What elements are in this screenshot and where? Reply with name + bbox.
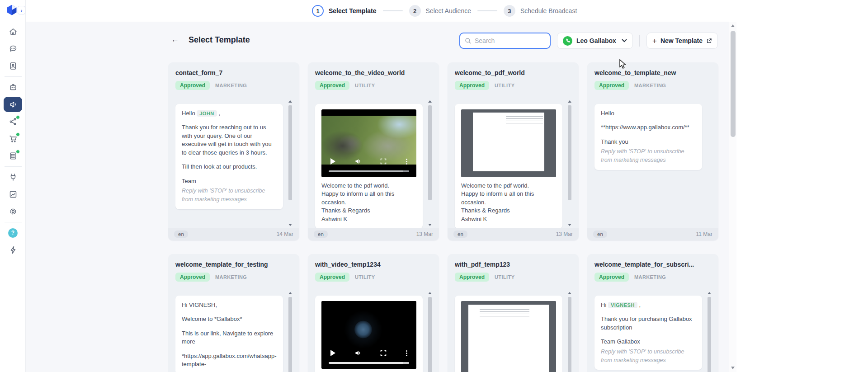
scroll-up-icon[interactable] (708, 292, 711, 294)
preview-scrollbar-thumb[interactable] (568, 297, 571, 372)
scroll-up-icon[interactable] (731, 24, 735, 27)
scroll-up-icon[interactable] (288, 292, 292, 294)
card-badges: ApprovedUTILITY (455, 273, 571, 282)
scroll-down-icon[interactable] (288, 224, 292, 226)
preview-scrollbar-thumb[interactable] (288, 297, 292, 372)
card-footer: en13 Mar (448, 228, 579, 240)
back-button[interactable]: ← (171, 35, 179, 44)
plug-icon (9, 173, 18, 182)
sidebar-item-plug[interactable] (0, 169, 26, 186)
channel-selector[interactable]: Leo Gallabox (557, 33, 633, 49)
play-icon[interactable] (330, 350, 335, 356)
step-schedule-broadcast[interactable]: 3 Schedule Broadcast (504, 5, 577, 17)
preview-scrollbar[interactable] (567, 100, 572, 226)
step-select-template[interactable]: 1 Select Template (312, 5, 377, 17)
sidebar-item-form[interactable] (0, 147, 26, 165)
template-card[interactable]: with_video_temp1234ApprovedUTILITYHiwelc… (308, 254, 439, 372)
sidebar-item-help[interactable]: ? (0, 224, 26, 241)
chart-icon (9, 190, 18, 199)
new-template-button[interactable]: + New Template (646, 33, 718, 49)
sidebar-item-bot[interactable] (0, 79, 26, 96)
sidebar-item-chart[interactable] (0, 186, 26, 203)
sidebar-item-flow[interactable] (0, 113, 26, 130)
preview-scrollbar[interactable] (427, 100, 433, 226)
text-segment: Welcome to the pdf world. (461, 182, 529, 189)
video-progress-bar[interactable] (329, 362, 409, 364)
sidebar-item-home[interactable] (0, 23, 26, 40)
template-name: with_video_temp1234 (315, 261, 432, 268)
speaker-icon[interactable] (355, 158, 361, 165)
sidebar: › ? (0, 0, 26, 372)
template-card[interactable]: with_pdf_temp123ApprovedUTILITY (448, 254, 579, 372)
sidebar-item-gear[interactable] (0, 203, 26, 220)
text-segment: Team Gallabox (601, 338, 640, 345)
preview-scrollbar-thumb[interactable] (568, 105, 571, 200)
sidebar-expand-button[interactable]: › (18, 6, 25, 14)
search-icon (465, 38, 472, 44)
card-badges: ApprovedMARKETING (175, 273, 292, 282)
sidebar-item-lightning[interactable] (0, 241, 26, 259)
search-input[interactable] (475, 37, 545, 44)
speaker-icon[interactable] (355, 350, 361, 356)
step-connector (383, 10, 403, 11)
preview-scrollbar[interactable] (427, 292, 433, 372)
template-card[interactable]: welcome_template_for_testingApprovedMARK… (168, 254, 299, 372)
message-text: Thank you for purchasing Gallabox subscr… (601, 315, 696, 332)
text-segment: Ashwini K (321, 216, 347, 222)
template-grid: contact_form_7ApprovedMARKETINGHello JOH… (168, 62, 718, 372)
whatsapp-bubble: Hello**https://www.app.gallabox.com/**Th… (594, 104, 702, 170)
scroll-down-icon[interactable] (428, 224, 432, 226)
text-segment: Thanks & Regards (321, 207, 370, 214)
sidebar-item-megaphone[interactable] (0, 96, 26, 113)
sidebar-item-chat[interactable] (0, 40, 26, 57)
template-name: welcome_to_pdf_world (455, 69, 571, 76)
gallabox-logo-icon (6, 4, 18, 16)
unsubscribe-note: Reply with 'STOP' to unsubscribe from ma… (601, 348, 696, 365)
scroll-down-icon[interactable] (731, 367, 735, 369)
text-segment: Hi (601, 301, 608, 308)
preview-scrollbar[interactable] (288, 292, 293, 372)
template-card[interactable]: welcome_to_the_video_worldApprovedUTILIT… (308, 62, 439, 240)
status-badge: Approved (175, 81, 210, 90)
page-scrollbar-thumb[interactable] (731, 31, 736, 137)
preview-scrollbar[interactable] (567, 292, 572, 372)
sidebar-nav: ? (0, 23, 26, 259)
sidebar-item-cart[interactable] (0, 130, 26, 147)
template-card[interactable]: welcome_to_template_newApprovedMARKETING… (587, 62, 718, 240)
preview-scrollbar-thumb[interactable] (428, 297, 432, 372)
page-scrollbar[interactable] (729, 22, 736, 372)
card-header: with_video_temp1234ApprovedUTILITY (308, 254, 439, 282)
step-label: Schedule Broadcast (520, 7, 577, 14)
scroll-up-icon[interactable] (428, 292, 432, 294)
scroll-down-icon[interactable] (568, 224, 571, 226)
pdf-page (473, 113, 544, 171)
text-segment: Welcome to *Gallabox* (182, 315, 242, 322)
play-icon[interactable] (330, 158, 335, 165)
preview-scrollbar-thumb[interactable] (428, 105, 432, 200)
step-select-audience[interactable]: 2 Select Audience (409, 5, 471, 17)
scroll-up-icon[interactable] (568, 292, 571, 294)
video-progress-bar[interactable] (329, 170, 409, 172)
template-card[interactable]: contact_form_7ApprovedMARKETINGHello JOH… (168, 62, 299, 240)
right-whitespace (736, 0, 868, 372)
fullscreen-icon[interactable] (380, 158, 387, 165)
scroll-up-icon[interactable] (288, 100, 292, 103)
template-card[interactable]: welcome_to_pdf_worldApprovedUTILITYWelco… (448, 62, 579, 240)
preview-scrollbar[interactable] (707, 292, 712, 372)
scroll-up-icon[interactable] (428, 100, 432, 103)
text-segment: Reply with 'STOP' to unsubscribe from ma… (601, 148, 684, 163)
sidebar-item-contacts[interactable] (0, 57, 26, 75)
category-label: MARKETING (634, 83, 666, 88)
template-card[interactable]: welcome_template_for_subscri...ApprovedM… (587, 254, 718, 372)
video-thumbnail (321, 116, 416, 165)
more-options-icon[interactable] (406, 353, 407, 354)
preview-scrollbar-thumb[interactable] (708, 297, 711, 372)
message-text: Thank you for reaching out to us with yo… (182, 123, 277, 157)
preview-scrollbar[interactable] (288, 100, 293, 226)
scroll-up-icon[interactable] (568, 100, 571, 103)
more-options-icon[interactable] (406, 161, 407, 162)
preview-scrollbar-thumb[interactable] (288, 105, 292, 200)
fullscreen-icon[interactable] (380, 350, 387, 356)
card-footer: en11 Mar (587, 228, 718, 240)
pdf-page (468, 305, 549, 372)
